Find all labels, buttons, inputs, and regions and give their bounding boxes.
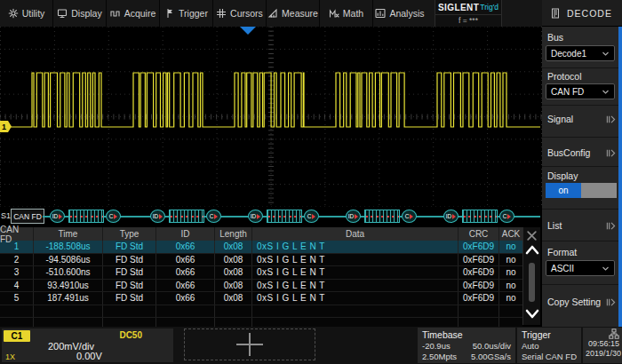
copy-setting-label: Copy Setting [547,297,601,307]
table-row[interactable]: 5187.491usFD Std0x660x080xS I G L E N T0… [0,292,522,305]
trigger-position-marker[interactable] [240,27,256,35]
channel1-coupling: DC50 [87,330,142,340]
table-cell: 93.4910us [34,280,103,292]
channel1-offset: 0.00V [76,351,102,361]
col-header-time: Time [34,227,103,241]
table-header-row: CAN FD Time Type ID Length Data CRC ACK [0,227,522,241]
chevron-down-icon [602,50,610,58]
scroll-down-button[interactable] [524,305,540,325]
decode-data-segment [169,210,204,223]
crosshair-icon [216,8,227,19]
system-date: 2019/1/30 [586,349,619,359]
chevron-down-icon [524,305,540,321]
table-cell: 0xS I G L E N T [252,241,459,253]
submenu-arrow-icon [606,148,616,158]
bus-select-value: Decode1 [551,49,586,59]
busconfig-label: BusConfig [547,147,590,158]
table-cell: no [499,292,522,305]
display-label: Display [547,170,578,181]
menu-trigger[interactable]: Trigger [160,0,213,27]
table-row[interactable]: 3-510.600nsFD Std0x660x080xS I G L E N T… [0,266,522,280]
add-channel-button[interactable] [184,328,315,360]
menu-acquire[interactable]: Acquire [107,0,160,27]
format-label: Format [547,247,577,257]
table-cell: 0x66 [156,266,215,279]
list-menu-item[interactable]: List [542,217,622,234]
copy-setting-menu-item[interactable]: Copy Setting [542,293,622,311]
table-cell: 0x66 [156,254,215,266]
format-select[interactable]: ASCII [546,260,615,276]
protocol-select-value: CAN FD [551,87,584,97]
menu-cursors[interactable]: Cursors [213,0,267,27]
decode-id-bubble: ID [150,210,165,223]
table-cell: -94.5086us [34,254,103,266]
protocol-select[interactable]: CAN FD [546,83,615,99]
timebase-scale: 50.0us/div [473,341,511,351]
math-icon [329,8,339,19]
menu-display[interactable]: Display [53,0,107,27]
table-cell: no [499,254,522,266]
trigger-mode: Auto [522,341,539,351]
scroll-up-button[interactable] [524,242,540,262]
decode-data-segment [267,210,302,223]
table-cell [34,305,103,318]
chevron-up-icon [524,242,540,258]
bar-chart-icon [375,8,386,19]
table-row-empty [0,305,522,319]
lan-network-icon[interactable] [609,328,619,339]
menu-math-label: Math [343,8,363,19]
menu-cursors-label: Cursors [230,8,263,19]
format-select-value: ASCII [551,264,574,273]
submenu-arrow-icon [606,297,616,307]
protocol-label: Protocol [547,71,582,82]
decode-id-bubble: ID [346,210,361,223]
oscilloscope-screen: Utility Display Acquire Trigger Cursors … [0,0,622,364]
scrollbar-thumb[interactable] [529,263,535,302]
chevron-down-icon [602,265,610,273]
table-cell [0,305,34,318]
busconfig-menu-item[interactable]: BusConfig [542,144,622,162]
menu-math[interactable]: Math [320,0,373,27]
trigger-status-badge: Trig'd [480,3,498,12]
close-icon [526,230,538,241]
table-cell: 0xS I G L E N T [252,292,459,305]
sidebar-divider [542,241,618,241]
table-cell: 0x08 [215,280,252,292]
timebase-panel[interactable]: Timebase -20.9us 50.0us/div 2.50Mpts 5.0… [418,328,515,363]
table-cell: FD Std [103,241,156,253]
bus-protocol-label[interactable]: CAN FD [11,209,44,224]
table-cell: 0xF6D9 [459,254,499,266]
trigger-title: Trigger [522,329,577,340]
table-cell: 0xS I G L E N T [252,280,459,292]
chevron-down-icon [602,88,610,96]
decode-crc-bubble: C [499,210,514,223]
menu-analysis[interactable]: Analysis [373,0,427,27]
display-toggle[interactable]: on [546,183,617,198]
table-row[interactable]: 1-188.508usFD Std0x660x080xS I G L E N T… [0,241,522,254]
trigger-panel[interactable]: Trigger Auto Serial CAN FD [517,328,581,363]
menu-utility[interactable]: Utility [0,0,53,27]
display-toggle-off[interactable] [581,183,617,198]
col-header-id: ID [156,227,215,241]
signal-menu-item[interactable]: Signal [542,110,622,128]
table-cell: -510.600ns [34,266,103,279]
table-row[interactable]: 493.4910usFD Std0x660x080xS I G L E N T0… [0,280,522,293]
menu-measure[interactable]: Measure [267,0,320,27]
table-cell: 187.491us [34,292,103,305]
decode-panel-header: DECODE [542,0,622,27]
decode-crc-bubble: C [206,210,221,223]
menu-utility-label: Utility [22,8,45,19]
decode-id-bubble: ID [248,210,263,223]
table-row[interactable]: 2-94.5086usFD Std0x660x080xS I G L E N T… [0,254,522,267]
channel1-descriptor[interactable]: C1 DC50 200mV/div 1X 0.00V [2,328,173,362]
display-toggle-on[interactable]: on [546,183,581,198]
bus-select[interactable]: Decode1 [546,45,615,61]
table-cell [499,305,522,318]
col-header-length: Length [215,227,252,241]
table-cell: 4 [0,280,34,292]
table-cell: 0x08 [215,254,252,266]
submenu-arrow-icon [606,221,616,231]
table-cell: 0xS I G L E N T [252,266,459,279]
sidebar-scroll-strip[interactable] [618,27,622,327]
flag-icon [164,8,175,19]
